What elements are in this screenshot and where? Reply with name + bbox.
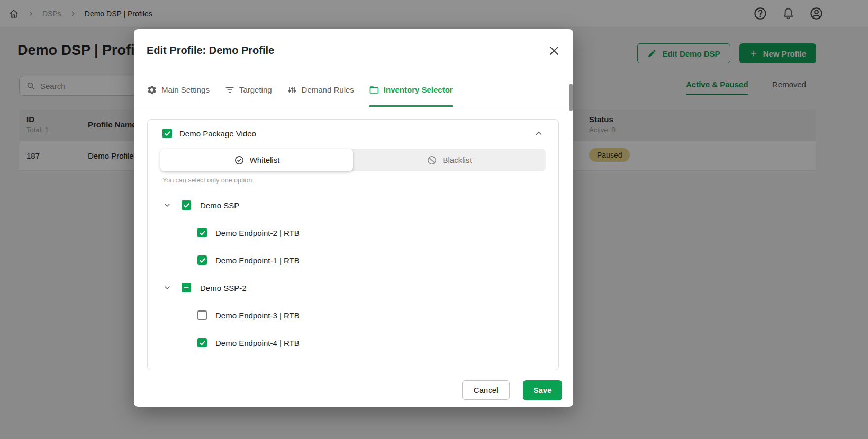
chevron-up-icon[interactable] — [534, 129, 544, 138]
close-icon[interactable] — [548, 44, 560, 57]
tab-demand-rules[interactable]: Demand Rules — [287, 72, 354, 107]
folder-open-icon — [369, 85, 379, 95]
filter-icon — [224, 85, 235, 95]
save-button[interactable]: Save — [523, 380, 562, 400]
cancel-button[interactable]: Cancel — [462, 380, 510, 400]
check-circle-icon — [234, 155, 245, 166]
tree-item-label: Demo SSP — [200, 201, 239, 210]
modal-title: Edit Profile: Demo Profile — [147, 44, 274, 57]
tree-item-demo-endpoint-3: Demo Endpoint-3 | RTB — [148, 301, 558, 329]
tree-item-demo-ssp: Demo SSP — [148, 191, 558, 219]
checkbox-demo-endpoint-4[interactable] — [197, 338, 207, 347]
tree-item-label: Demo SSP-2 — [200, 283, 247, 292]
package-card: Demo Package Video Whitelist Blacklist — [147, 119, 559, 370]
tab-label: Main Settings — [161, 85, 210, 94]
ban-icon — [427, 155, 437, 166]
tree-item-label: Demo Endpoint-4 | RTB — [215, 339, 300, 347]
chevron-down-icon[interactable] — [163, 201, 171, 209]
screen: DSPs Demo DSP | Profiles Demo DSP | Prof… — [0, 0, 868, 439]
inventory-tree: Demo SSP Demo Endpoint-2 | RTB Demo Endp… — [148, 191, 558, 356]
whitelist-label: Whitelist — [250, 156, 280, 164]
checkbox-demo-ssp-2-indeterminate[interactable] — [182, 283, 191, 292]
modal-scrollbar[interactable] — [569, 84, 573, 111]
tree-item-demo-endpoint-1: Demo Endpoint-1 | RTB — [148, 246, 558, 274]
modal-tab-bar: Main Settings Targeting Demand Rules Inv… — [134, 72, 573, 107]
edit-profile-modal: Edit Profile: Demo Profile Main Settings… — [134, 29, 573, 407]
chevron-down-icon[interactable] — [163, 283, 171, 292]
blacklist-label: Blacklist — [442, 156, 472, 164]
sliders-icon — [287, 85, 297, 95]
tab-targeting[interactable]: Targeting — [224, 72, 272, 107]
checkbox-demo-endpoint-3[interactable] — [197, 310, 207, 320]
tab-label: Inventory Selector — [384, 85, 453, 94]
whitelist-option[interactable]: Whitelist — [160, 149, 353, 171]
package-label: Demo Package Video — [179, 129, 256, 138]
toggle-helper-text: You can select only one option — [162, 177, 558, 184]
tree-item-demo-ssp-2: Demo SSP-2 — [148, 274, 558, 301]
tree-item-label: Demo Endpoint-1 | RTB — [215, 256, 300, 265]
package-row: Demo Package Video — [148, 120, 558, 142]
blacklist-option[interactable]: Blacklist — [353, 149, 546, 171]
tree-item-demo-endpoint-4: Demo Endpoint-4 | RTB — [148, 329, 558, 356]
tree-item-label: Demo Endpoint-3 | RTB — [215, 311, 300, 320]
tab-inventory-selector[interactable]: Inventory Selector — [369, 72, 453, 107]
checkbox-demo-endpoint-1[interactable] — [197, 255, 207, 265]
checkbox-demo-endpoint-2[interactable] — [197, 228, 207, 237]
tab-label: Demand Rules — [302, 85, 354, 94]
tab-label: Targeting — [239, 85, 272, 94]
checkbox-demo-package-video[interactable] — [162, 129, 172, 138]
modal-header: Edit Profile: Demo Profile — [134, 29, 573, 72]
tree-item-demo-endpoint-2: Demo Endpoint-2 | RTB — [148, 219, 558, 246]
tree-item-label: Demo Endpoint-2 | RTB — [215, 228, 300, 237]
tab-main-settings[interactable]: Main Settings — [147, 72, 210, 107]
checkbox-demo-ssp[interactable] — [182, 200, 191, 210]
modal-footer: Cancel Save — [134, 373, 573, 407]
gear-icon — [147, 85, 157, 95]
whitelist-blacklist-toggle: Whitelist Blacklist — [160, 149, 546, 171]
